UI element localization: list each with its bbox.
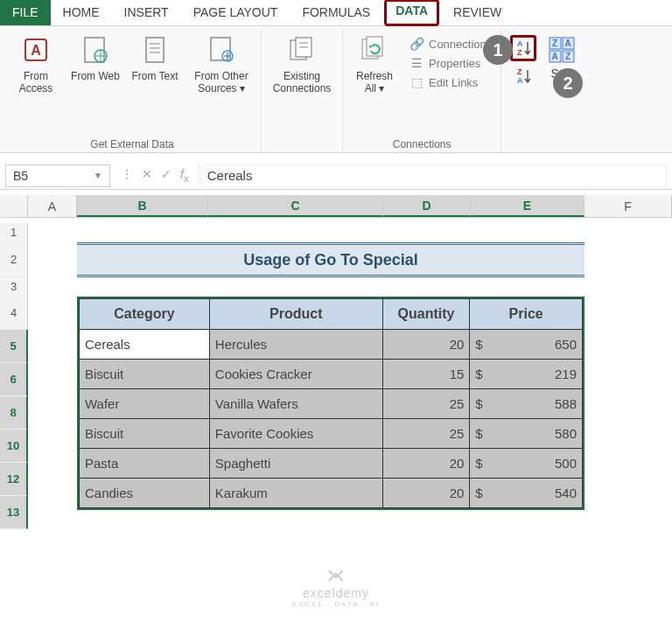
- label: Properties: [429, 57, 480, 70]
- btn-from-web[interactable]: From Web: [68, 30, 122, 99]
- label: From Web: [71, 70, 120, 82]
- col-header-corner[interactable]: [0, 195, 28, 217]
- name-box[interactable]: B5 ▼: [5, 164, 110, 187]
- formula-value: Cereals: [207, 168, 253, 183]
- annotation-2: 2: [553, 68, 583, 98]
- ribbon-group-existing: Existing Connections: [262, 30, 343, 152]
- menu-bar: FILE HOME INSERT PAGE LAYOUT FORMULAS DA…: [0, 0, 672, 26]
- data-table[interactable]: CategoryProductQuantityPriceCerealsHercu…: [77, 297, 584, 510]
- tab-insert[interactable]: INSERT: [112, 0, 181, 25]
- watermark-icon: [327, 567, 345, 584]
- watermark: exceldemy EXCEL · DATA · BI: [292, 567, 381, 608]
- row-header-13[interactable]: 13: [0, 496, 28, 529]
- col-header-C[interactable]: C: [208, 195, 383, 217]
- text-file-icon: [138, 33, 172, 66]
- ribbon-group-external-data: A From Access From Web From Text: [4, 30, 262, 152]
- label: Existing Connections: [273, 70, 332, 94]
- svg-text:A: A: [565, 38, 571, 48]
- table-header[interactable]: Price: [470, 299, 583, 330]
- svg-text:A: A: [31, 43, 41, 58]
- dropdown-icon: ▾: [240, 82, 245, 94]
- table-row[interactable]: BiscuitFavorite Cookies25$580: [80, 419, 583, 449]
- btn-edit-links[interactable]: ⬚Edit Links: [406, 73, 495, 91]
- svg-text:A: A: [552, 52, 558, 61]
- tab-file[interactable]: FILE: [0, 0, 51, 25]
- btn-refresh-all[interactable]: Refresh All ▾: [348, 30, 401, 99]
- properties-icon: ☰: [410, 56, 424, 70]
- svg-text:Z: Z: [517, 67, 522, 76]
- tab-data-highlight: DATA: [384, 0, 439, 26]
- column-headers: ABCDEF: [0, 195, 672, 218]
- table-row[interactable]: WaferVanilla Wafers25$588: [80, 389, 583, 419]
- btn-properties[interactable]: ☰Properties: [406, 54, 495, 72]
- svg-text:Z: Z: [565, 52, 570, 61]
- table-header[interactable]: Product: [209, 299, 382, 330]
- row-header-8[interactable]: 8: [0, 396, 28, 430]
- table-row[interactable]: PastaSpaghetti20$500: [80, 449, 583, 479]
- formula-input[interactable]: Cereals: [200, 164, 667, 187]
- table-row[interactable]: BiscuitCookies Cracker15$219: [80, 360, 583, 389]
- ribbon-group-connections: Refresh All ▾ 🔗Connections ☰Properties ⬚…: [343, 30, 501, 152]
- svg-text:A: A: [517, 39, 523, 48]
- label: From Text: [131, 70, 178, 82]
- enter-icon[interactable]: ✓: [161, 167, 172, 184]
- btn-from-other[interactable]: From Other Sources ▾: [187, 30, 256, 99]
- table-row[interactable]: CerealsHercules20$650: [80, 330, 583, 360]
- title-banner: Usage of Go To Special: [77, 242, 584, 277]
- row-header-5[interactable]: 5: [0, 330, 28, 363]
- table-header[interactable]: Category: [80, 299, 210, 330]
- col-header-F[interactable]: F: [584, 195, 672, 217]
- table-header[interactable]: Quantity: [382, 299, 470, 330]
- grid: ABCDEF 1234568101213 Usage of Go To Spec…: [0, 195, 672, 218]
- btn-from-text[interactable]: From Text: [128, 30, 182, 99]
- group-title: Get External Data: [90, 135, 173, 152]
- btn-from-access[interactable]: A From Access: [9, 30, 63, 99]
- edit-links-icon: ⬚: [410, 75, 424, 89]
- label: Edit Links: [429, 76, 478, 89]
- annotation-1: 1: [483, 35, 513, 65]
- svg-text:Z: Z: [517, 48, 522, 57]
- divider-icon: ⋮: [121, 167, 133, 184]
- sort-desc-icon: ZA: [514, 66, 533, 86]
- row-header-12[interactable]: 12: [0, 463, 28, 496]
- btn-sort-asc[interactable]: AZ: [510, 35, 536, 61]
- svg-rect-4: [146, 38, 164, 62]
- tagline: EXCEL · DATA · BI: [292, 600, 381, 608]
- row-header-4[interactable]: 4: [0, 297, 28, 330]
- row-header-1[interactable]: 1: [0, 223, 28, 242]
- refresh-icon: [358, 33, 391, 66]
- sheet-title: Usage of Go To Special: [243, 251, 418, 269]
- link-icon: 🔗: [410, 37, 424, 51]
- cell-reference: B5: [13, 169, 28, 183]
- svg-text:Z: Z: [552, 38, 557, 48]
- table-row[interactable]: CandiesKarakum20$540: [80, 479, 583, 508]
- tab-review[interactable]: REVIEW: [441, 0, 514, 25]
- btn-connections[interactable]: 🔗Connections: [406, 35, 495, 52]
- dropdown-icon: ▼: [94, 171, 102, 180]
- tab-page-layout[interactable]: PAGE LAYOUT: [181, 0, 290, 25]
- col-header-B[interactable]: B: [77, 195, 208, 217]
- row-header-6[interactable]: 6: [0, 363, 28, 396]
- group-title: Connections: [393, 135, 452, 152]
- row-header-3[interactable]: 3: [0, 277, 28, 297]
- other-sources-icon: [205, 33, 238, 66]
- web-icon: [79, 33, 112, 66]
- dropdown-icon: ▾: [379, 82, 384, 94]
- cancel-icon[interactable]: ✕: [142, 167, 152, 184]
- col-header-E[interactable]: E: [471, 195, 584, 217]
- label: Refresh All: [356, 70, 393, 94]
- btn-sort-desc[interactable]: ZA: [512, 65, 535, 87]
- row-header-10[interactable]: 10: [0, 430, 28, 463]
- tab-formulas[interactable]: FORMULAS: [290, 0, 382, 25]
- connections-icon: [285, 33, 318, 66]
- tab-data[interactable]: DATA: [396, 3, 428, 17]
- label: From Access: [19, 70, 53, 94]
- row-header-2[interactable]: 2: [0, 242, 28, 277]
- col-header-A[interactable]: A: [28, 195, 77, 217]
- svg-text:A: A: [517, 76, 523, 85]
- col-header-D[interactable]: D: [383, 195, 471, 217]
- tab-home[interactable]: HOME: [51, 0, 112, 25]
- fx-icon[interactable]: fx: [180, 167, 189, 184]
- btn-existing-connections[interactable]: Existing Connections: [267, 30, 337, 99]
- sort-asc-icon: AZ: [514, 38, 533, 58]
